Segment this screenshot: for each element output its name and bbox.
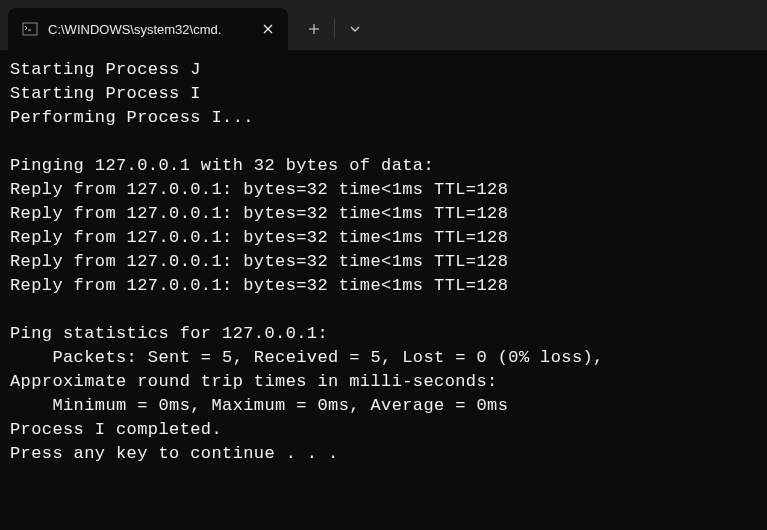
svg-rect-0 [23,23,37,35]
terminal-line: Minimum = 0ms, Maximum = 0ms, Average = … [10,394,757,418]
tab-dropdown-button[interactable] [337,11,373,47]
divider [334,19,335,39]
terminal-line: Ping statistics for 127.0.0.1: [10,322,757,346]
chevron-down-icon [349,23,361,35]
terminal-line: Reply from 127.0.0.1: bytes=32 time<1ms … [10,202,757,226]
tab-title: C:\WINDOWS\system32\cmd. [48,22,248,37]
terminal-line: Starting Process J [10,58,757,82]
terminal-line: Performing Process I... [10,106,757,130]
terminal-line [10,130,757,154]
terminal-line: Pinging 127.0.0.1 with 32 bytes of data: [10,154,757,178]
new-tab-button[interactable] [296,11,332,47]
terminal-line: Starting Process I [10,82,757,106]
terminal-line: Reply from 127.0.0.1: bytes=32 time<1ms … [10,178,757,202]
titlebar-actions [296,8,373,50]
terminal-output[interactable]: Starting Process JStarting Process IPerf… [0,50,767,474]
terminal-line: Process I completed. [10,418,757,442]
plus-icon [308,23,320,35]
terminal-line: Reply from 127.0.0.1: bytes=32 time<1ms … [10,274,757,298]
terminal-line: Approximate round trip times in milli-se… [10,370,757,394]
terminal-line: Press any key to continue . . . [10,442,757,466]
terminal-line [10,298,757,322]
terminal-line: Packets: Sent = 5, Received = 5, Lost = … [10,346,757,370]
titlebar: C:\WINDOWS\system32\cmd. [0,0,767,50]
active-tab[interactable]: C:\WINDOWS\system32\cmd. [8,8,288,50]
tab-close-button[interactable] [258,19,278,39]
cmd-icon [22,21,38,37]
terminal-line: Reply from 127.0.0.1: bytes=32 time<1ms … [10,250,757,274]
terminal-line: Reply from 127.0.0.1: bytes=32 time<1ms … [10,226,757,250]
